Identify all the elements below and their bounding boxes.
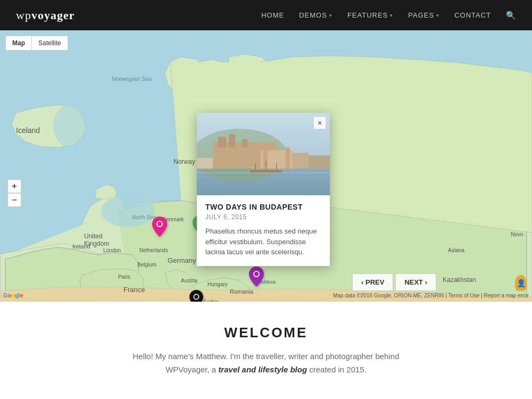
svg-rect-28	[197, 172, 330, 173]
map-type-controls: Map Satellite	[5, 36, 68, 51]
map-attribution: Map data ©2016 Google, ORION-ME, ZENRIN …	[333, 293, 529, 298]
nav-pages[interactable]: PAGES ▾	[408, 11, 439, 19]
svg-rect-22	[309, 155, 330, 169]
zoom-controls: + −	[7, 179, 21, 207]
popup-content: TWO DAYS IN BUDAPEST JULY 6, 2015 Phasel…	[197, 195, 330, 266]
popup-card: ×	[197, 113, 330, 266]
nav-features[interactable]: FEATURES ▾	[347, 11, 393, 19]
google-logo: Google	[3, 292, 23, 298]
svg-rect-20	[286, 147, 290, 169]
svg-point-4	[157, 222, 162, 226]
map-container[interactable]: Map Satellite + − Norwegian Sea Iceland …	[0, 30, 532, 302]
map-navigation: ‹ PREV NEXT ›	[352, 273, 436, 291]
zoom-out-button[interactable]: −	[7, 193, 21, 207]
logo-wp: wp	[16, 9, 31, 22]
features-chevron: ▾	[390, 13, 393, 18]
svg-point-8	[254, 272, 259, 276]
pages-chevron: ▾	[436, 13, 439, 18]
welcome-title: WELCOME	[225, 325, 308, 341]
svg-rect-24	[250, 170, 282, 172]
map-pin-rome[interactable]	[189, 290, 203, 302]
satellite-button[interactable]: Satellite	[32, 36, 68, 50]
svg-point-10	[194, 295, 198, 298]
popup-date: JULY 6, 2015	[205, 213, 321, 221]
street-view-icon[interactable]: 👤	[515, 275, 527, 291]
nav-demos[interactable]: DEMOS ▾	[299, 11, 332, 19]
welcome-text-after: created in 2015.	[307, 365, 367, 374]
map-pin-netherlands[interactable]	[152, 217, 167, 239]
popup-image	[197, 113, 330, 195]
svg-point-1	[101, 195, 154, 227]
map-pin-romania[interactable]	[249, 267, 264, 289]
next-button[interactable]: NEXT ›	[395, 273, 436, 291]
popup-title: TWO DAYS IN BUDAPEST	[205, 203, 321, 211]
nav-contact[interactable]: CONTACT	[454, 11, 491, 19]
welcome-text: Hello! My name's Matthew. I'm the travel…	[117, 350, 415, 377]
popup-close-button[interactable]: ×	[314, 117, 326, 129]
zoom-in-button[interactable]: +	[7, 179, 21, 193]
nav-home[interactable]: HOME	[261, 11, 284, 19]
logo[interactable]: wpvoyager	[16, 9, 74, 22]
svg-rect-15	[218, 137, 226, 147]
main-nav: HOME DEMOS ▾ FEATURES ▾ PAGES ▾ CONTACT …	[261, 11, 516, 20]
header: wpvoyager HOME DEMOS ▾ FEATURES ▾ PAGES …	[0, 0, 532, 30]
prev-button[interactable]: ‹ PREV	[352, 273, 393, 291]
welcome-text-bold: travel and lifestyle blog	[218, 365, 307, 374]
svg-rect-19	[263, 147, 268, 169]
svg-point-2	[53, 94, 138, 158]
welcome-section: WELCOME Hello! My name's Matthew. I'm th…	[0, 302, 532, 399]
search-icon[interactable]: 🔍	[506, 11, 516, 20]
svg-rect-16	[229, 134, 235, 147]
svg-rect-23	[197, 158, 213, 169]
svg-rect-21	[293, 153, 309, 169]
demos-chevron: ▾	[329, 13, 332, 18]
popup-description: Phasellus rhoncus metus sed neque effici…	[205, 226, 321, 257]
map-button[interactable]: Map	[6, 36, 32, 50]
svg-rect-17	[242, 139, 247, 147]
logo-voyager: voyager	[31, 9, 75, 22]
svg-rect-29	[197, 177, 330, 177]
